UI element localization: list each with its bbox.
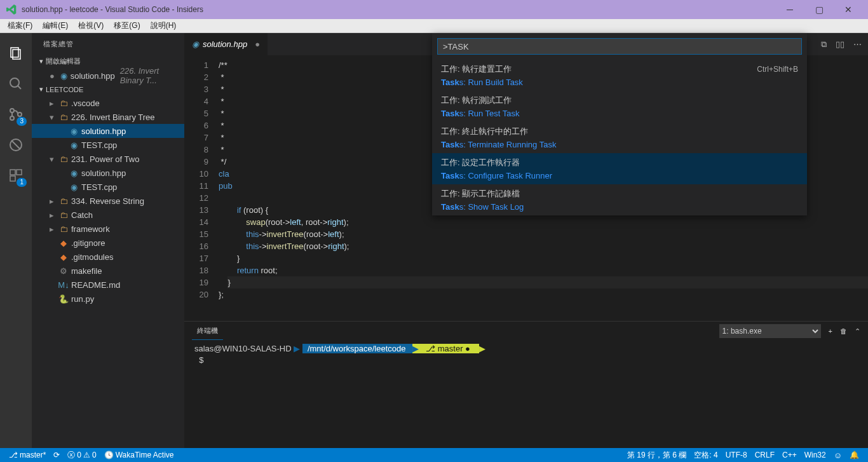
folder-icon: 🗀 <box>58 154 69 164</box>
tree-node[interactable]: ▾🗀226. Invert Binary Tree <box>32 110 184 124</box>
tree-node[interactable]: M↓README.md <box>32 278 184 292</box>
scm-icon[interactable]: 3 <box>0 99 32 130</box>
status-bell-icon[interactable]: 🔔 <box>846 450 863 461</box>
svg-rect-9 <box>10 170 15 175</box>
menu-view[interactable]: 檢視(V) <box>73 19 109 32</box>
status-eol[interactable]: CRLF <box>751 450 778 461</box>
menu-file[interactable]: 檔案(F) <box>3 19 37 32</box>
gear-icon: ⚙ <box>58 266 69 276</box>
status-wakatime[interactable]: 🕓 WakaTime Active <box>100 451 178 459</box>
folder-icon: 🗀 <box>58 224 69 234</box>
folder-icon: 🗀 <box>58 99 69 108</box>
status-position[interactable]: 第 19 行，第 6 欄 <box>623 450 690 461</box>
sidebar: 檔案總管 ▾開啟編輯器 ● ◉ solution.hpp 226. Invert… <box>32 33 184 448</box>
tree-node[interactable]: ◉solution.hpp <box>32 124 184 138</box>
tree-node[interactable]: ◆.gitignore <box>32 236 184 250</box>
new-terminal-icon[interactable]: + <box>829 327 832 335</box>
tree-node[interactable]: ⚙makefile <box>32 264 184 278</box>
tree-node[interactable]: 🐍run.py <box>32 292 184 306</box>
svg-point-2 <box>10 78 19 87</box>
palette-item[interactable]: 工作: 顯示工作記錄檔 <box>432 184 807 201</box>
ext-badge: 1 <box>17 178 27 187</box>
tree-node[interactable]: ▸🗀334. Reverse String <box>32 194 184 208</box>
terminal-tab[interactable]: 終端機 <box>192 322 223 340</box>
close-button[interactable]: ✕ <box>834 0 863 19</box>
folder-icon: 🗀 <box>58 196 69 206</box>
editor-area: ◉ solution.hpp ● ⧉ ▯▯ ⋯ 1234567891011121… <box>184 33 868 448</box>
search-icon[interactable] <box>0 69 32 99</box>
palette-item[interactable]: 工作: 設定工作執行器 <box>432 153 807 170</box>
terminal-content[interactable]: salas@WIN10-SALAS-HD ▶ /mnt/d/workspace/… <box>184 341 868 448</box>
scm-badge: 3 <box>17 117 27 126</box>
extensions-icon[interactable]: 1 <box>0 160 32 191</box>
split-editor-icon[interactable]: ▯▯ <box>836 39 844 49</box>
folder-icon: 🗀 <box>58 112 69 122</box>
debug-icon[interactable] <box>0 130 32 160</box>
command-palette-input[interactable] <box>437 38 802 55</box>
activity-bar: 3 1 <box>0 33 32 448</box>
line-gutter: 1234567891011121314151617181920 <box>184 55 216 321</box>
tree-node[interactable]: ▸🗀.vscode <box>32 96 184 110</box>
workspace-section[interactable]: ▾LEETCODE <box>32 83 184 96</box>
menu-goto[interactable]: 移至(G) <box>109 19 145 32</box>
maximize-panel-icon[interactable]: ⌃ <box>855 327 860 336</box>
tree-node[interactable]: ◉solution.hpp <box>32 166 184 180</box>
cpp-icon: ◉ <box>69 168 79 178</box>
tree-node[interactable]: ▸🗀framework <box>32 222 184 236</box>
tab-solution-hpp[interactable]: ◉ solution.hpp ● <box>184 33 268 55</box>
md-icon: M↓ <box>58 280 69 290</box>
cpp-icon: ◉ <box>69 182 79 192</box>
hash-icon: ◆ <box>58 238 69 248</box>
svg-line-3 <box>18 86 21 89</box>
vscode-insiders-icon <box>5 3 18 16</box>
tree-node[interactable]: ▾🗀231. Power of Two <box>32 152 184 166</box>
menu-bar: 檔案(F) 編輯(E) 檢視(V) 移至(G) 說明(H) <box>0 19 868 33</box>
palette-item[interactable]: 工作: 執行測試工作 <box>432 91 807 107</box>
compare-icon[interactable]: ⧉ <box>821 39 827 50</box>
status-platform[interactable]: Win32 <box>801 450 830 461</box>
status-feedback-icon[interactable]: ☺ <box>830 450 846 461</box>
svg-point-5 <box>10 116 14 120</box>
hash-icon: ◆ <box>58 252 69 262</box>
palette-item-sub: Tasks: Run Test Task <box>432 107 807 122</box>
minimize-button[interactable]: ─ <box>775 0 804 19</box>
window-title: solution.hpp - leetcode - Visual Studio … <box>22 5 775 14</box>
cpp-icon: ◉ <box>60 71 68 81</box>
title-bar: solution.hpp - leetcode - Visual Studio … <box>0 0 868 19</box>
py-icon: 🐍 <box>58 294 69 304</box>
palette-item[interactable]: 工作: 執行建置工作Ctrl+Shift+B <box>432 60 807 76</box>
status-spaces[interactable]: 空格: 4 <box>690 450 721 461</box>
svg-rect-10 <box>17 170 22 175</box>
tree-node[interactable]: ◆.gitmodules <box>32 250 184 264</box>
tab-dirty-icon: ● <box>255 39 260 49</box>
svg-line-8 <box>11 140 20 149</box>
tree-node[interactable]: ▸🗀Catch <box>32 208 184 222</box>
status-encoding[interactable]: UTF-8 <box>722 450 751 461</box>
palette-item-sub: Tasks: Terminate Running Task <box>432 139 807 153</box>
palette-item-sub: Tasks: Show Task Log <box>432 201 807 215</box>
menu-help[interactable]: 說明(H) <box>146 19 182 32</box>
status-problems[interactable]: ⓧ 0 ⚠ 0 <box>64 450 100 461</box>
maximize-button[interactable]: ▢ <box>804 0 834 19</box>
open-editor-item[interactable]: ● ◉ solution.hpp 226. Invert Binary T... <box>32 69 184 83</box>
cpp-icon: ◉ <box>192 39 199 49</box>
terminal-select[interactable]: 1: bash.exe <box>719 324 821 338</box>
status-sync[interactable]: ⟳ <box>50 451 64 459</box>
tree-node[interactable]: ◉TEST.cpp <box>32 180 184 194</box>
more-icon[interactable]: ⋯ <box>853 39 862 49</box>
palette-item[interactable]: 工作: 終止執行中的工作 <box>432 122 807 139</box>
kill-terminal-icon[interactable]: 🗑 <box>840 327 847 335</box>
svg-rect-11 <box>10 176 15 181</box>
terminal-panel: 終端機 1: bash.exe + 🗑 ⌃ salas@WIN10-SALAS-… <box>184 321 868 448</box>
status-lang[interactable]: C++ <box>778 450 801 461</box>
cpp-icon: ◉ <box>69 140 79 150</box>
command-palette: 工作: 執行建置工作Ctrl+Shift+BTasks: Run Build T… <box>432 33 807 215</box>
explorer-icon[interactable] <box>0 38 32 69</box>
cpp-icon: ◉ <box>69 126 79 136</box>
svg-point-4 <box>10 109 14 112</box>
tree-node[interactable]: ◉TEST.cpp <box>32 138 184 152</box>
palette-item-sub: Tasks: Run Build Task <box>432 76 807 91</box>
status-bar: ⎇ master* ⟳ ⓧ 0 ⚠ 0 🕓 WakaTime Active 第 … <box>0 448 868 462</box>
menu-edit[interactable]: 編輯(E) <box>37 19 73 32</box>
status-branch[interactable]: ⎇ master* <box>5 451 50 459</box>
